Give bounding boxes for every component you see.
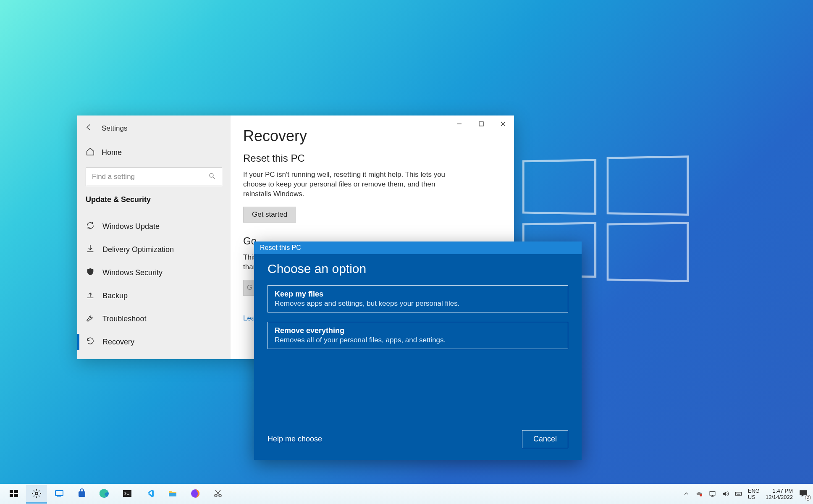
taskbar-task-view[interactable] <box>49 485 70 504</box>
taskbar-vscode[interactable] <box>139 485 160 504</box>
sidebar-item-label: Backup <box>102 291 128 300</box>
refresh-icon <box>86 221 95 232</box>
start-button[interactable] <box>3 485 24 504</box>
sidebar-item-label: Windows Security <box>102 268 163 277</box>
dialog-titlebar: Reset this PC <box>254 242 582 254</box>
reset-pc-dialog: Reset this PC Choose an option Keep my f… <box>254 242 582 460</box>
taskbar-settings[interactable] <box>26 485 47 504</box>
sidebar-item-windows-update[interactable]: Windows Update <box>77 215 231 238</box>
search-icon <box>208 172 216 182</box>
option-keep-my-files[interactable]: Keep my files Removes apps and settings,… <box>268 285 568 312</box>
option-title: Remove everything <box>275 326 561 335</box>
wrench-icon <box>86 313 95 325</box>
svg-rect-5 <box>14 494 18 497</box>
sidebar-home[interactable]: Home <box>77 142 231 168</box>
option-title: Keep my files <box>275 290 561 299</box>
svg-rect-9 <box>79 491 85 497</box>
sidebar-item-backup[interactable]: Backup <box>77 284 231 307</box>
close-button[interactable] <box>492 116 514 132</box>
clock-date: 12/14/2022 <box>766 494 793 500</box>
svg-point-16 <box>700 494 702 496</box>
search-placeholder: Find a setting <box>92 173 135 181</box>
svg-rect-7 <box>55 491 63 496</box>
settings-sidebar: Settings Home Find a setting Update & Se… <box>77 116 231 359</box>
sidebar-category: Update & Security <box>77 195 231 215</box>
sidebar-item-delivery-optimization[interactable]: Delivery Optimization <box>77 238 231 261</box>
dialog-heading: Choose an option <box>268 262 568 276</box>
tray-onedrive-icon[interactable] <box>696 490 703 499</box>
option-desc: Removes apps and settings, but keeps you… <box>275 299 561 308</box>
home-icon <box>86 147 95 158</box>
svg-rect-17 <box>710 491 715 495</box>
clock-time: 1:47 PM <box>766 488 793 494</box>
cancel-button[interactable]: Cancel <box>522 430 568 448</box>
window-title: Settings <box>102 124 127 133</box>
download-icon <box>86 244 95 255</box>
search-input[interactable]: Find a setting <box>86 168 222 186</box>
reset-body-text: If your PC isn't running well, resetting… <box>243 170 462 199</box>
svg-rect-12 <box>169 493 176 496</box>
sidebar-item-troubleshoot[interactable]: Troubleshoot <box>77 307 231 331</box>
recovery-icon <box>86 336 95 348</box>
get-started-button[interactable]: Get started <box>243 207 296 223</box>
sidebar-item-windows-security[interactable]: Windows Security <box>77 261 231 284</box>
svg-rect-3 <box>14 490 18 493</box>
tray-volume-icon[interactable] <box>722 490 729 499</box>
sidebar-item-label: Troubleshoot <box>102 315 146 323</box>
tray-clock[interactable]: 1:47 PM 12/14/2022 <box>766 488 793 500</box>
minimize-button[interactable] <box>448 116 470 132</box>
back-icon[interactable] <box>85 123 93 134</box>
backup-icon <box>86 290 95 302</box>
svg-rect-18 <box>735 492 741 495</box>
maximize-button[interactable] <box>470 116 492 132</box>
svg-point-0 <box>210 173 213 177</box>
taskbar-file-explorer[interactable] <box>162 485 183 504</box>
taskbar: ENG US 1:47 PM 12/14/2022 2 <box>0 484 813 504</box>
svg-point-6 <box>35 492 38 495</box>
action-center-button[interactable]: 2 <box>799 489 810 500</box>
tray-language[interactable]: ENG US <box>748 488 760 500</box>
lang-line1: ENG <box>748 488 760 494</box>
sidebar-item-label: Windows Update <box>102 222 160 231</box>
tray-display-icon[interactable] <box>709 490 716 499</box>
svg-rect-8 <box>57 496 61 497</box>
help-me-choose-link[interactable]: Help me choose <box>268 435 322 444</box>
taskbar-microsoft-store[interactable] <box>71 485 92 504</box>
option-desc: Removes all of your personal files, apps… <box>275 336 561 344</box>
reset-heading: Reset this PC <box>243 152 501 164</box>
taskbar-edge[interactable] <box>94 485 115 504</box>
svg-rect-11 <box>123 490 131 497</box>
svg-rect-2 <box>10 490 13 493</box>
option-remove-everything[interactable]: Remove everything Removes all of your pe… <box>268 322 568 349</box>
taskbar-snipping-tool[interactable] <box>207 485 228 504</box>
advanced-button-partial[interactable]: G <box>243 280 254 296</box>
lang-line2: US <box>748 494 760 500</box>
tray-overflow-icon[interactable] <box>683 490 690 499</box>
tray-keyboard-icon[interactable] <box>735 490 742 499</box>
taskbar-firefox[interactable] <box>185 485 206 504</box>
taskbar-terminal[interactable] <box>117 485 138 504</box>
svg-rect-1 <box>479 122 483 126</box>
notification-badge: 2 <box>805 495 811 501</box>
svg-rect-4 <box>10 494 13 497</box>
sidebar-home-label: Home <box>102 148 122 157</box>
sidebar-item-label: Recovery <box>102 338 134 346</box>
sidebar-item-label: Delivery Optimization <box>102 245 174 254</box>
shield-icon <box>86 267 95 278</box>
sidebar-item-recovery[interactable]: Recovery <box>77 331 231 354</box>
